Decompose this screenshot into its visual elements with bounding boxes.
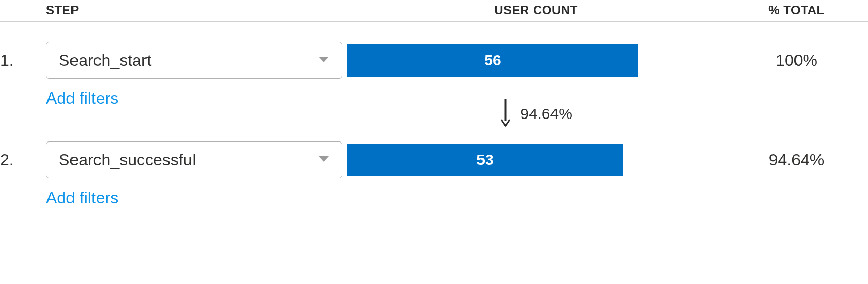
step-event-select[interactable]: Search_start xyxy=(46,42,342,79)
user-count-bar: 56 xyxy=(347,44,638,77)
step-number: 2. xyxy=(0,151,46,170)
arrow-down-icon xyxy=(500,98,511,130)
chevron-down-icon xyxy=(318,155,329,165)
col-header-step: STEP xyxy=(46,3,347,17)
col-header-pct-total: % TOTAL xyxy=(725,3,868,17)
step-number: 1. xyxy=(0,51,46,70)
chevron-down-icon xyxy=(318,55,329,66)
step-row: 1. Search_start 56 100% xyxy=(0,42,868,79)
user-count-bar: 53 xyxy=(347,144,623,176)
table-header: STEP USER COUNT % TOTAL xyxy=(0,0,868,22)
user-count-bar-wrap: 53 xyxy=(347,144,725,176)
transition-pct: 94.64% xyxy=(520,105,572,123)
pct-total-value: 94.64% xyxy=(725,151,868,170)
add-filters-link[interactable]: Add filters xyxy=(46,188,118,207)
user-count-bar-wrap: 56 xyxy=(347,44,725,77)
step-row: 2. Search_successful 53 94.64% xyxy=(0,141,868,178)
step-event-label: Search_start xyxy=(59,51,151,70)
filter-row: Add filters xyxy=(0,188,868,207)
table-body: 1. Search_start 56 100% Add filters xyxy=(0,22,868,207)
pct-total-value: 100% xyxy=(725,51,868,70)
step-event-label: Search_successful xyxy=(59,151,196,170)
step-event-select[interactable]: Search_successful xyxy=(46,141,342,178)
col-header-user-count: USER COUNT xyxy=(347,3,725,17)
transition-row: 94.64% xyxy=(0,99,868,129)
funnel-table: STEP USER COUNT % TOTAL 1. Search_start … xyxy=(0,0,868,207)
